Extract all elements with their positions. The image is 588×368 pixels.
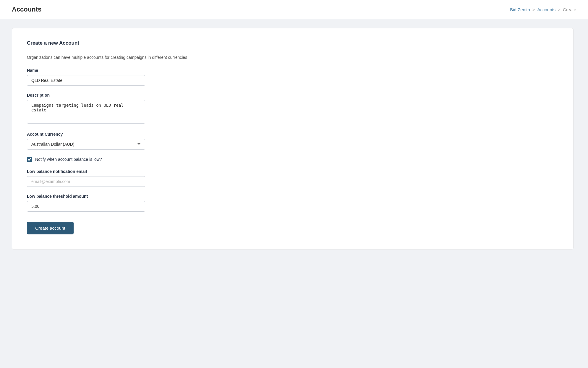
email-field-group: Low balance notification email: [27, 169, 558, 187]
description-textarea[interactable]: Campaigns targeting leads on QLD real es…: [27, 100, 145, 124]
currency-field-group: Account Currency Australian Dollar (AUD)…: [27, 132, 558, 150]
currency-label: Account Currency: [27, 132, 558, 137]
breadcrumb-root[interactable]: Bid Zenith: [510, 7, 530, 12]
content-area: Create a new Account Organizations can h…: [0, 19, 588, 258]
threshold-label: Low balance threshold amount: [27, 194, 558, 199]
name-label: Name: [27, 68, 558, 73]
page-title: Accounts: [12, 6, 41, 13]
form-subtitle: Organizations can have multiple accounts…: [27, 55, 558, 60]
threshold-input[interactable]: [27, 201, 145, 212]
breadcrumb: Bid Zenith > Accounts > Create: [510, 7, 576, 12]
email-label: Low balance notification email: [27, 169, 558, 174]
top-bar: Accounts Bid Zenith > Accounts > Create: [0, 0, 588, 19]
name-field-group: Name: [27, 68, 558, 86]
email-input[interactable]: [27, 176, 145, 187]
breadcrumb-sep-1: >: [532, 7, 535, 12]
notify-checkbox-group: Notify when account balance is low?: [27, 157, 558, 162]
description-label: Description: [27, 93, 558, 98]
name-input[interactable]: [27, 75, 145, 86]
description-field-group: Description Campaigns targeting leads on…: [27, 93, 558, 125]
create-account-button[interactable]: Create account: [27, 222, 74, 234]
card-title: Create a new Account: [27, 40, 558, 46]
create-account-card: Create a new Account Organizations can h…: [12, 28, 574, 249]
breadcrumb-sep-2: >: [558, 7, 561, 12]
threshold-field-group: Low balance threshold amount: [27, 194, 558, 212]
notify-label[interactable]: Notify when account balance is low?: [35, 157, 102, 162]
notify-checkbox[interactable]: [27, 157, 32, 162]
breadcrumb-current: Create: [563, 7, 576, 12]
breadcrumb-accounts[interactable]: Accounts: [537, 7, 556, 12]
currency-select[interactable]: Australian Dollar (AUD) US Dollar (USD) …: [27, 139, 145, 150]
